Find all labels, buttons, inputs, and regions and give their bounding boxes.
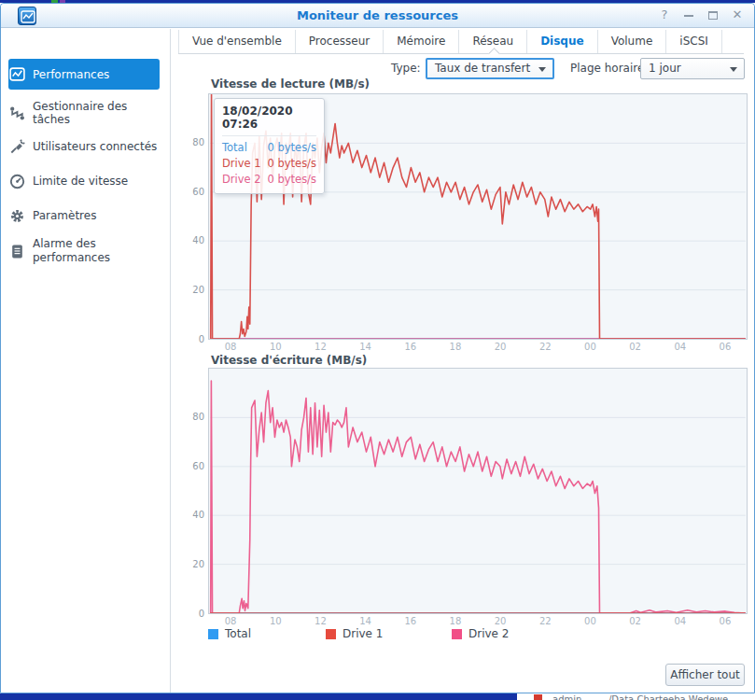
tooltip-timestamp: 18/02/2020 07:26 [222, 105, 316, 136]
tab-volume[interactable]: Volume [598, 30, 667, 54]
resource-monitor-window: Moniteur de ressources ? ✕ Performances … [0, 3, 755, 693]
x-axis-tick: 02 [626, 616, 645, 626]
x-axis-tick: 00 [580, 342, 599, 352]
x-axis-tick: 12 [311, 616, 329, 626]
read-chart-title: Vitesse de lecture (MB/s) [211, 77, 370, 91]
y-axis-tick: 80 [182, 137, 204, 147]
tooltip-row-drive1: Drive 10 bytes/s [222, 156, 316, 172]
performance-chart-icon [8, 66, 25, 83]
x-axis-tick: 06 [716, 616, 734, 626]
task-manager-icon [8, 105, 25, 121]
type-select-value: Taux de transfert [435, 62, 530, 75]
background-taskbar [0, 693, 517, 700]
tab-iscsi[interactable]: iSCSI [666, 30, 722, 54]
tab-processeur[interactable]: Processeur [296, 30, 384, 54]
tab-underline [178, 53, 744, 54]
x-axis-tick: 06 [716, 342, 734, 352]
legend-item-total: Total [208, 627, 251, 640]
legend-item-drive1: Drive 1 [326, 627, 383, 640]
read-chart-x-axis: 081012141618202200020406 [208, 342, 748, 353]
x-axis-tick: 12 [311, 342, 329, 352]
sidebar-item-label: Utilisateurs connectés [33, 140, 157, 153]
gear-icon [8, 207, 25, 224]
tooltip-row-total: Total0 bytes/s [222, 140, 316, 156]
report-icon [8, 243, 25, 259]
sidebar-item-label: Alarme des performances [33, 237, 135, 265]
x-axis-tick: 20 [491, 616, 510, 626]
y-axis-tick: 20 [182, 559, 204, 569]
y-axis-tick: 60 [182, 461, 204, 471]
help-icon[interactable]: ? [657, 7, 672, 22]
x-axis-tick: 20 [491, 342, 510, 352]
close-icon[interactable]: ✕ [730, 7, 745, 22]
x-axis-tick: 02 [626, 342, 645, 352]
x-axis-tick: 08 [221, 616, 240, 626]
y-axis-tick: 60 [182, 187, 204, 197]
tab-disque[interactable]: Disque [527, 30, 598, 54]
tab-memoire[interactable]: Mémoire [384, 30, 459, 54]
background-user-text: admin [552, 693, 581, 700]
background-window-strip: admin /Data Charteeba Wedewe [0, 693, 755, 700]
x-axis-tick: 10 [266, 616, 285, 626]
background-path-text: /Data Charteeba Wedewe [608, 693, 728, 700]
y-axis-tick: 20 [182, 285, 204, 295]
tab-bar: Vue d'ensemble Processeur Mémoire Réseau… [178, 30, 722, 54]
sidebar-item-gestionnaire-des-taches[interactable]: Gestionnaire des tâches [8, 101, 161, 125]
sidebar-item-performances[interactable]: Performances [8, 59, 160, 90]
type-select[interactable]: Taux de transfert [426, 58, 554, 79]
legend-swatch-total [208, 629, 218, 639]
legend-swatch-drive1 [326, 629, 336, 639]
chevron-down-icon [538, 67, 546, 72]
speedometer-icon [8, 173, 25, 189]
x-axis-tick: 18 [446, 616, 465, 626]
x-axis-tick: 16 [401, 616, 420, 626]
x-axis-tick: 14 [357, 342, 375, 352]
x-axis-tick: 14 [357, 616, 375, 626]
y-axis-tick: 0 [182, 334, 204, 344]
type-label: Type: [391, 62, 421, 75]
tab-vue-densemble[interactable]: Vue d'ensemble [179, 30, 296, 54]
y-axis-tick: 80 [182, 412, 204, 422]
minimize-icon[interactable] [681, 7, 696, 22]
sidebar-item-label: Paramètres [33, 209, 96, 222]
read-chart: 020406080 081012141618202200020406 18/02… [208, 93, 748, 340]
time-range-select-value: 1 jour [649, 62, 681, 75]
sidebar-item-alarme-des-performances[interactable]: Alarme des performances [8, 235, 161, 267]
sidebar: Performances Gestionnaire des tâches Uti… [1, 29, 171, 693]
background-red-icon [534, 694, 542, 700]
y-axis-tick: 40 [182, 510, 204, 520]
sidebar-item-label: Limite de vitesse [33, 175, 128, 188]
chart-tooltip: 18/02/2020 07:26 Total0 bytes/s Drive 10… [214, 98, 325, 194]
x-axis-tick: 22 [536, 616, 554, 626]
sidebar-item-utilisateurs-connectes[interactable]: Utilisateurs connectés [8, 134, 161, 159]
x-axis-tick: 00 [580, 616, 599, 626]
x-axis-tick: 04 [671, 342, 690, 352]
titlebar: Moniteur de ressources ? ✕ [1, 4, 754, 28]
y-axis-tick: 40 [182, 235, 204, 245]
write-chart: 020406080 081012141618202200020406 [208, 368, 748, 614]
x-axis-tick: 10 [266, 342, 285, 352]
write-speed-plot[interactable] [208, 368, 748, 614]
y-axis-tick: 0 [182, 609, 204, 619]
time-range-select[interactable]: 1 jour [640, 58, 745, 79]
sidebar-item-label: Gestionnaire des tâches [33, 100, 161, 126]
time-range-label: Plage horaire: [570, 62, 648, 75]
plug-icon [8, 138, 25, 155]
legend-swatch-drive2 [452, 629, 462, 639]
show-all-button[interactable]: Afficher tout [665, 664, 745, 686]
sidebar-item-limite-de-vitesse[interactable]: Limite de vitesse [8, 169, 161, 193]
x-axis-tick: 18 [446, 342, 465, 352]
x-axis-tick: 04 [671, 616, 690, 626]
chevron-down-icon [730, 67, 737, 72]
write-chart-x-axis: 081012141618202200020406 [208, 616, 748, 627]
x-axis-tick: 08 [221, 342, 240, 352]
tooltip-row-drive2: Drive 20 bytes/s [222, 172, 316, 188]
x-axis-tick: 22 [536, 342, 554, 352]
write-chart-title: Vitesse d'écriture (MB/s) [211, 354, 367, 367]
window-title: Moniteur de ressources [1, 8, 754, 22]
x-axis-tick: 16 [401, 342, 420, 352]
legend-item-drive2: Drive 2 [452, 627, 509, 640]
maximize-icon[interactable] [706, 7, 720, 22]
sidebar-item-label: Performances [33, 68, 109, 81]
sidebar-item-parametres[interactable]: Paramètres [8, 203, 161, 228]
